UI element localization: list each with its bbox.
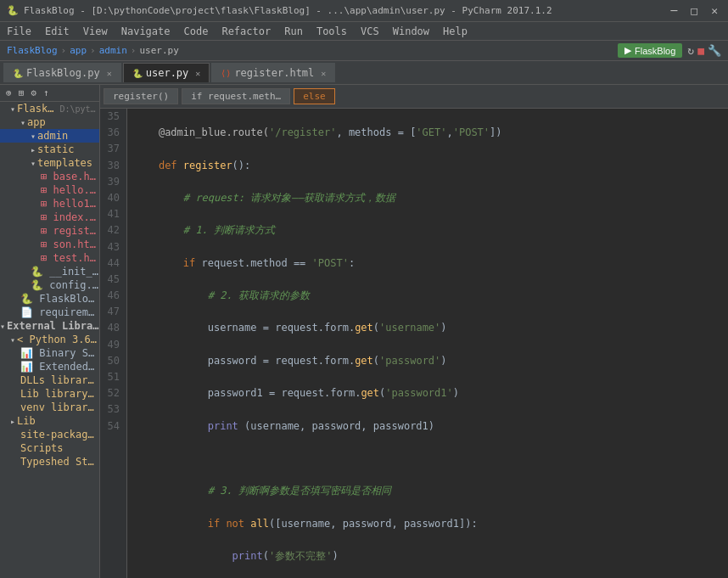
menu-code[interactable]: Code	[177, 24, 216, 39]
ln-44: 44	[107, 255, 120, 272]
code-line-46: # 3. 判断啊参数是否填写密码是否相同	[134, 483, 721, 499]
base-html-label: ⊞ base.html	[41, 171, 99, 182]
python365-label: < Python 3.6.5 v...	[17, 334, 99, 345]
tree-app[interactable]: ▾ app	[0, 115, 99, 129]
tree-son-html[interactable]: ⊞ son.html	[0, 238, 99, 251]
func-tab-if[interactable]: if request.meth…	[182, 88, 290, 104]
code-editor[interactable]: 35 36 37 38 39 40 41 42 43 44 45 46 47 4…	[100, 109, 728, 578]
ln-47: 47	[107, 304, 120, 320]
breadcrumb-sep1: ›	[61, 45, 67, 56]
ext-libs-label: External Libraries	[7, 320, 99, 332]
sidebar-btn3[interactable]: ⚙	[28, 87, 39, 99]
tree-site-packages[interactable]: site-package...	[0, 428, 99, 441]
minimize-button[interactable]: ─	[668, 4, 681, 17]
lib-label: Lib library l...	[20, 388, 99, 400]
maximize-button[interactable]: □	[687, 4, 701, 17]
tree-lib2[interactable]: ▸ Lib	[0, 414, 99, 428]
test-html-label: ⊞ test.html	[41, 252, 99, 264]
breadcrumb-userpy[interactable]: user.py	[139, 45, 178, 56]
sidebar-btn4[interactable]: ↑	[41, 87, 52, 99]
sidebar-btn1[interactable]: ⊕	[3, 87, 14, 99]
menu-file[interactable]: File	[0, 24, 38, 39]
menu-tools[interactable]: Tools	[310, 24, 354, 39]
tree-ext-libs[interactable]: ▾ External Libraries	[0, 319, 99, 333]
tab-close-user[interactable]: ✕	[195, 69, 200, 78]
code-line-42: password = request.form.get('password')	[134, 353, 721, 369]
code-line-38: # 1. 判断请求方式	[134, 222, 721, 238]
tree-flaskblog-py[interactable]: 🐍 FlaskBlog.py	[0, 292, 99, 306]
func-tab-register[interactable]: register()	[104, 88, 178, 104]
tree-lib[interactable]: Lib library l...	[0, 387, 99, 401]
venv-label: venv library ...	[20, 401, 99, 413]
tree-test-html[interactable]: ⊞ test.html	[0, 251, 99, 265]
titlebar: 🐍 FlaskBlog - [D:\pythonCode\project\fla…	[0, 0, 728, 22]
code-line-45	[134, 451, 721, 467]
tab-user[interactable]: 🐍 user.py ✕	[123, 63, 210, 82]
menu-navigate[interactable]: Navigate	[115, 24, 177, 39]
tree-templates[interactable]: ▾ templates	[0, 156, 99, 170]
tab-register[interactable]: ⟨⟩ register.html ✕	[211, 63, 335, 82]
close-button[interactable]: ✕	[708, 4, 721, 17]
tree-binary-skel[interactable]: 📊 Binary Skele...	[0, 346, 99, 360]
son-html-label: ⊞ son.html	[41, 238, 99, 250]
tree-scripts[interactable]: Scripts	[0, 441, 99, 455]
tree-static[interactable]: ▸ static	[0, 143, 99, 156]
ln-46: 46	[107, 288, 120, 304]
ln-40: 40	[107, 190, 120, 206]
breadcrumb-flaskblog[interactable]: FlaskBlog	[7, 45, 58, 56]
tree-extended-de[interactable]: 📊 Extended De...	[0, 360, 99, 373]
tree-python365[interactable]: ▾ < Python 3.6.5 v...	[0, 333, 99, 346]
menu-refactor[interactable]: Refactor	[215, 24, 277, 39]
function-bar: register() if request.meth… else	[100, 85, 728, 109]
sidebar-btn2[interactable]: ⊞	[16, 87, 27, 99]
menu-vcs[interactable]: VCS	[354, 24, 386, 39]
root-path: D:\pyth...	[59, 104, 99, 114]
breadcrumb-bar: FlaskBlog › app › admin › user.py ▶ Flas…	[0, 41, 728, 61]
tab-flaskblog[interactable]: 🐍 FlaskBlog.py ✕	[3, 63, 121, 82]
tab-close-register[interactable]: ✕	[321, 69, 326, 78]
func-tab-else[interactable]: else	[294, 88, 335, 104]
menubar: File Edit View Navigate Code Refactor Ru…	[0, 22, 728, 41]
tree-admin[interactable]: ▾ admin	[0, 129, 99, 143]
menu-edit[interactable]: Edit	[38, 24, 76, 39]
breadcrumb-app[interactable]: app	[70, 45, 87, 56]
tree-init-py[interactable]: 🐍 __init__.py	[0, 265, 99, 278]
flaskblog-py-label: 🐍 FlaskBlog.py	[20, 293, 99, 305]
tree-config-py[interactable]: 🐍 config.py	[0, 278, 99, 292]
ln-43: 43	[107, 239, 120, 255]
rerun-icon[interactable]: ↻	[687, 44, 694, 57]
tree-requirements[interactable]: 📄 requirements.tx...	[0, 306, 99, 319]
tab-user-label: user.py	[146, 67, 189, 79]
tree-venv[interactable]: venv library ...	[0, 401, 99, 414]
tree-register-html[interactable]: ⊞ register.h...	[0, 224, 99, 238]
toolbar-icons: ↻ ■ 🔧	[687, 44, 721, 57]
code-line-47: if not all([username, password, password…	[134, 516, 721, 532]
project-sidebar: ⊕ ⊞ ⚙ ↑ ▾ FlaskBlog D:\pyth... ▾ app ▾ a…	[0, 85, 100, 578]
tree-hello1-html[interactable]: ⊞ hello1.ht...	[0, 197, 99, 210]
menu-window[interactable]: Window	[386, 24, 436, 39]
tree-hello-html[interactable]: ⊞ hello.htm...	[0, 183, 99, 197]
code-line-41: username = request.form.get('username')	[134, 320, 721, 336]
tree-typeshed[interactable]: Typeshed St...	[0, 455, 99, 469]
tree-dlls[interactable]: DLLs library ...	[0, 373, 99, 387]
stop-icon[interactable]: ■	[697, 44, 704, 57]
tree-base-html[interactable]: ⊞ base.html	[0, 170, 99, 183]
tab-close-flaskblog[interactable]: ✕	[107, 69, 112, 78]
python365-arrow: ▾	[10, 335, 15, 345]
tree-root[interactable]: ▾ FlaskBlog D:\pyth...	[0, 102, 99, 115]
debug-icon[interactable]: 🔧	[708, 44, 721, 57]
code-line-36: def register():	[134, 158, 721, 174]
config-py-label: 🐍 config.py	[31, 279, 99, 291]
menu-run[interactable]: Run	[277, 24, 310, 39]
menu-help[interactable]: Help	[436, 24, 474, 39]
ln-36: 36	[107, 125, 120, 141]
breadcrumb-admin[interactable]: admin	[99, 45, 127, 56]
run-icon: ▶	[624, 45, 631, 56]
ln-37: 37	[107, 141, 120, 157]
tree-index-html[interactable]: ⊞ index.htm...	[0, 210, 99, 224]
sidebar-toolbar: ⊕ ⊞ ⚙ ↑	[0, 85, 99, 102]
code-line-40: # 2. 获取请求的参数	[134, 288, 721, 304]
run-button[interactable]: ▶ FlaskBlog	[618, 43, 682, 58]
menu-view[interactable]: View	[76, 24, 115, 39]
code-lines[interactable]: @admin_blue.route('/register', methods =…	[127, 109, 728, 578]
